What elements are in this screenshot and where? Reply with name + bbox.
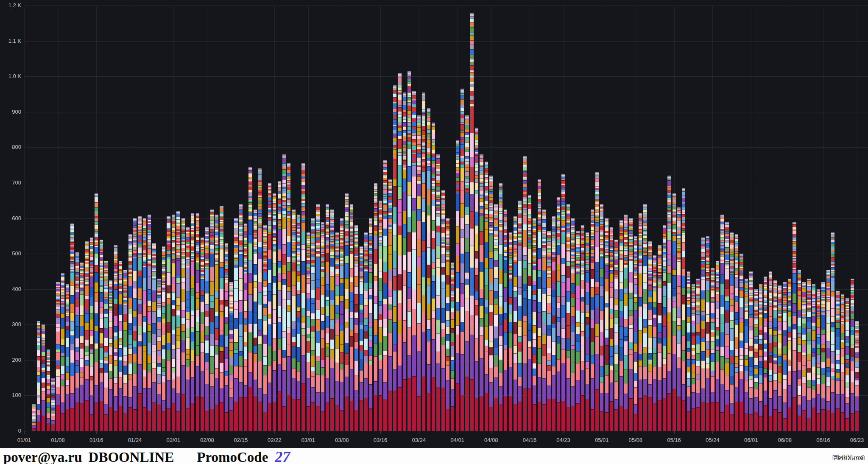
bar[interactable] (610, 227, 613, 431)
bar[interactable] (745, 279, 748, 431)
bar[interactable] (311, 218, 315, 431)
bar[interactable] (432, 123, 435, 431)
bar[interactable] (451, 263, 454, 431)
bar[interactable] (422, 92, 425, 431)
bar[interactable] (812, 284, 815, 431)
bar[interactable] (730, 232, 734, 431)
bar[interactable] (692, 284, 695, 431)
bar[interactable] (485, 162, 488, 431)
bar[interactable] (499, 183, 502, 431)
bar[interactable] (354, 225, 358, 431)
bar[interactable] (788, 279, 791, 431)
bar[interactable] (37, 321, 40, 431)
bar[interactable] (571, 218, 575, 431)
bar[interactable] (807, 279, 810, 431)
bar[interactable] (629, 218, 632, 431)
bar[interactable] (201, 238, 204, 431)
bar[interactable] (287, 163, 290, 431)
bar[interactable] (307, 232, 310, 431)
bar[interactable] (248, 167, 252, 431)
bar[interactable] (523, 156, 527, 431)
bar[interactable] (104, 261, 108, 431)
bar[interactable] (133, 218, 137, 431)
bar[interactable] (119, 261, 122, 431)
bar[interactable] (465, 115, 469, 431)
bar[interactable] (600, 204, 603, 431)
bar[interactable] (489, 176, 493, 431)
bar[interactable] (514, 216, 517, 431)
bar[interactable] (85, 241, 88, 431)
bar[interactable] (586, 232, 589, 431)
bar[interactable] (297, 215, 300, 431)
bar[interactable] (369, 218, 372, 431)
bar[interactable] (330, 210, 334, 431)
bar[interactable] (509, 232, 512, 431)
bar[interactable] (51, 378, 55, 431)
bar[interactable] (393, 85, 396, 431)
bar[interactable] (215, 215, 218, 431)
bar[interactable] (793, 222, 796, 431)
bar[interactable] (244, 224, 247, 431)
bar[interactable] (480, 154, 483, 431)
bar[interactable] (278, 181, 281, 431)
bar[interactable] (653, 255, 656, 431)
bar[interactable] (826, 270, 830, 431)
bar[interactable] (90, 238, 93, 431)
bar[interactable] (32, 404, 36, 431)
bar[interactable] (205, 227, 209, 431)
bar[interactable] (576, 231, 579, 431)
bar[interactable] (388, 179, 392, 431)
bar[interactable] (210, 210, 214, 431)
bar[interactable] (706, 236, 709, 431)
bar[interactable] (591, 210, 594, 431)
bar[interactable] (494, 204, 497, 431)
bar[interactable] (740, 254, 743, 431)
bar[interactable] (735, 234, 738, 431)
bar[interactable] (711, 268, 714, 431)
bar[interactable] (620, 220, 623, 431)
bar[interactable] (528, 195, 531, 431)
bar[interactable] (769, 271, 772, 431)
bar[interactable] (66, 284, 69, 431)
bar[interactable] (798, 270, 801, 431)
bar[interactable] (446, 218, 449, 431)
bar[interactable] (427, 108, 430, 431)
bar[interactable] (162, 246, 165, 431)
bar[interactable] (340, 218, 343, 431)
bar[interactable] (605, 218, 608, 431)
bar[interactable] (191, 213, 194, 431)
bar[interactable] (258, 169, 262, 431)
bar[interactable] (383, 160, 387, 431)
bar[interactable] (80, 263, 84, 431)
bar[interactable] (239, 204, 243, 431)
bar[interactable] (176, 211, 180, 431)
bar[interactable] (335, 232, 339, 431)
bar[interactable] (821, 282, 825, 431)
bar[interactable] (42, 324, 45, 431)
bar[interactable] (696, 279, 700, 431)
bar[interactable] (542, 210, 546, 431)
bar[interactable] (836, 291, 839, 431)
bar[interactable] (75, 252, 79, 431)
bar[interactable] (138, 216, 141, 431)
bar[interactable] (360, 246, 363, 431)
bar[interactable] (128, 234, 132, 431)
bar[interactable] (254, 210, 257, 431)
bar[interactable] (831, 232, 835, 431)
bar[interactable] (292, 210, 296, 431)
bar[interactable] (61, 273, 64, 431)
bar[interactable] (417, 115, 421, 431)
bar[interactable] (436, 154, 440, 431)
bar[interactable] (682, 188, 685, 431)
bar[interactable] (109, 280, 112, 431)
bar[interactable] (47, 349, 50, 431)
bar[interactable] (403, 92, 406, 431)
bar[interactable] (716, 261, 719, 431)
bar[interactable] (851, 279, 854, 431)
bar[interactable] (518, 201, 522, 431)
bar[interactable] (229, 282, 233, 431)
bar[interactable] (504, 210, 507, 431)
bar[interactable] (846, 298, 849, 431)
bar[interactable] (567, 204, 570, 431)
bar[interactable] (663, 225, 666, 431)
